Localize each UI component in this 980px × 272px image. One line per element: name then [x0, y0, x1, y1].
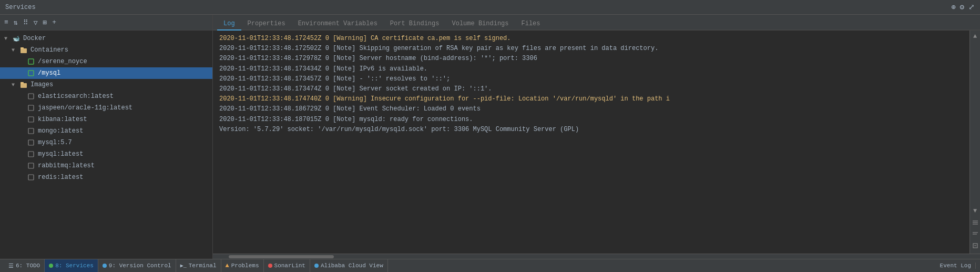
todo-label: 6: TODO — [16, 263, 40, 269]
svg-rect-10 — [28, 140, 34, 145]
scroll-action-3[interactable] — [972, 242, 979, 251]
horizontal-scrollbar[interactable] — [213, 254, 980, 259]
sidebar-toolbar: ≡ ⇅ ⠿ ▽ ⊞ + — [0, 15, 212, 31]
tree-item-mysqll[interactable]: mysql:latest — [0, 148, 212, 160]
jaspeen-label: jaspeen/oracle-11g:latest — [38, 104, 132, 112]
eventlog-label: Event Log — [940, 263, 971, 269]
scroll-up-icon[interactable]: ▲ — [973, 33, 977, 40]
tab-volumebindings[interactable]: Volume Bindings — [445, 18, 515, 31]
mysql-container-icon — [26, 68, 36, 78]
log-line-5: 2020-11-01T12:33:48.173457Z 0 [Note] - '… — [219, 74, 963, 84]
terminal-icon: ▶_ — [180, 263, 187, 269]
log-line-8: 2020-11-01T12:33:48.186729Z 0 [Note] Eve… — [219, 104, 963, 114]
svg-rect-7 — [28, 105, 34, 110]
services-label: 8: Services — [55, 263, 94, 269]
sidebar-tree: ▼ 🐋 Docker ▼ Containers — [0, 31, 212, 259]
mysql-label: /mysql — [38, 69, 60, 77]
status-eventlog[interactable]: Event Log — [936, 263, 976, 269]
status-services[interactable]: 8: Services — [45, 259, 98, 272]
tree-item-jaspeen[interactable]: jaspeen/oracle-11g:latest — [0, 102, 212, 114]
log-content[interactable]: 2020-11-01T12:33:48.172452Z 0 [Warning] … — [213, 31, 969, 254]
jaspeen-icon — [26, 103, 36, 113]
h-scroll-thumb[interactable] — [229, 255, 334, 258]
mysqll-icon — [26, 149, 36, 159]
tab-log[interactable]: Log — [217, 18, 241, 31]
title-bar: Services ⊕ ⚙ ⤢ — [0, 0, 980, 15]
globe-icon[interactable]: ⊕ — [951, 3, 955, 12]
svg-rect-5 — [21, 82, 24, 84]
tab-properties[interactable]: Properties — [241, 18, 292, 31]
collapse-all-icon[interactable]: ≡ — [3, 17, 9, 27]
tree-item-mysql[interactable]: /mysql — [0, 67, 212, 79]
settings-icon[interactable]: ⊞ — [42, 17, 48, 28]
tree-item-docker[interactable]: ▼ 🐋 Docker — [0, 33, 212, 44]
tree-item-rabbitmq[interactable]: rabbitmq:latest — [0, 160, 212, 172]
scroll-down-icon[interactable]: ▼ — [973, 207, 977, 215]
svg-rect-12 — [28, 163, 34, 168]
status-todo[interactable]: ☰ 6: TODO — [4, 259, 45, 272]
main-content: ≡ ⇅ ⠿ ▽ ⊞ + ▼ 🐋 Docker ▼ — [0, 15, 980, 259]
problems-label: Problems — [231, 263, 259, 269]
tree-item-mysql57[interactable]: mysql:5.7 — [0, 137, 212, 148]
title-bar-title: Services — [5, 4, 36, 11]
log-line-9: 2020-11-01T12:33:48.187015Z 0 [Note] mys… — [219, 115, 963, 125]
tabs-bar: Log Properties Environment Variables Por… — [213, 15, 980, 31]
mongo-label: mongo:latest — [38, 127, 83, 135]
log-line-3: 2020-11-01T12:33:48.172978Z 0 [Note] Ser… — [219, 54, 963, 64]
tree-item-mongo[interactable]: mongo:latest — [0, 125, 212, 137]
tab-portbindings[interactable]: Port Bindings — [384, 18, 446, 31]
svg-rect-1 — [21, 47, 24, 49]
svg-rect-0 — [21, 48, 27, 53]
scroll-action-2[interactable] — [972, 230, 979, 240]
svg-rect-2 — [28, 59, 34, 64]
gear-icon[interactable]: ⚙ — [960, 3, 964, 12]
log-line-2: 2020-11-01T12:33:48.172502Z 0 [Note] Ski… — [219, 44, 963, 54]
right-area: 2020-11-01T12:33:48.172452Z 0 [Warning] … — [213, 31, 980, 254]
svg-rect-8 — [28, 117, 34, 122]
tree-item-images[interactable]: ▼ Images — [0, 79, 212, 90]
group-icon[interactable]: ⠿ — [22, 17, 29, 28]
containers-folder-icon — [19, 45, 28, 55]
svg-rect-6 — [28, 94, 34, 99]
status-alibaba[interactable]: Alibaba Cloud View — [310, 259, 388, 272]
redis-icon — [26, 173, 36, 182]
log-line-1: 2020-11-01T12:33:48.172452Z 0 [Warning] … — [219, 34, 963, 44]
serene-noyce-label: /serene_noyce — [38, 58, 87, 65]
tree-item-kibana[interactable]: kibana:latest — [0, 114, 212, 125]
tree-item-elasticsearch[interactable]: elasticsearch:latest — [0, 90, 212, 102]
status-sonarlint[interactable]: SonarLint — [264, 259, 310, 272]
terminal-label: Terminal — [189, 263, 217, 269]
expand-icon[interactable]: ⤢ — [968, 3, 975, 12]
svg-rect-13 — [28, 175, 34, 180]
rabbitmq-label: rabbitmq:latest — [38, 162, 95, 169]
status-problems[interactable]: ▲ Problems — [221, 259, 264, 272]
tree-item-serene-noyce[interactable]: /serene_noyce — [0, 56, 212, 67]
arrow-serene — [19, 59, 26, 65]
vc-label: 9: Version Control — [109, 263, 171, 269]
services-dot-icon — [49, 264, 53, 268]
mongo-icon — [26, 126, 36, 136]
sonarlint-dot-icon — [268, 264, 272, 268]
arrow-mysql — [19, 70, 26, 76]
log-line-4: 2020-11-01T12:33:48.173434Z 0 [Note] IPv… — [219, 64, 963, 74]
mysqll-label: mysql:latest — [38, 150, 83, 158]
tab-env[interactable]: Environment Variables — [292, 18, 384, 31]
svg-rect-11 — [28, 152, 34, 157]
mysql57-label: mysql:5.7 — [38, 139, 72, 146]
tree-item-redis[interactable]: redis:latest — [0, 172, 212, 183]
tree-item-containers[interactable]: ▼ Containers — [0, 44, 212, 56]
scroll-action-1[interactable] — [972, 219, 979, 228]
status-versioncontrol[interactable]: 9: Version Control — [98, 259, 176, 272]
status-right: Event Log — [936, 263, 976, 269]
kibana-label: kibana:latest — [38, 116, 87, 123]
arrow-containers: ▼ — [12, 47, 19, 53]
status-terminal[interactable]: ▶_ Terminal — [176, 259, 221, 272]
elasticsearch-label: elasticsearch:latest — [38, 93, 114, 100]
elasticsearch-icon — [26, 92, 36, 101]
filter-icon[interactable]: ▽ — [33, 17, 39, 28]
svg-rect-9 — [28, 128, 34, 134]
add-icon[interactable]: + — [51, 17, 57, 27]
sort-icon[interactable]: ⇅ — [13, 17, 19, 28]
status-bar: ☰ 6: TODO 8: Services 9: Version Control… — [0, 259, 980, 272]
tab-files[interactable]: Files — [515, 18, 547, 31]
